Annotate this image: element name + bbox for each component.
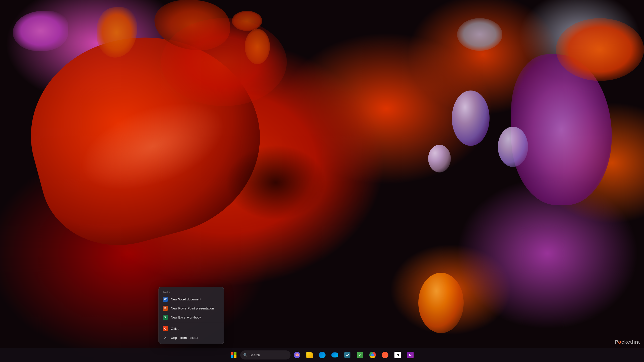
menu-item-new-word[interactable]: W New Word document (159, 295, 224, 304)
menu-item-new-excel-label: New Excel workbook (171, 315, 201, 319)
wallpaper-blob-dark-center (225, 145, 326, 220)
word-icon: W (163, 297, 168, 302)
menu-section-tasks: Tasks (159, 289, 224, 295)
taskbar-edge-button[interactable] (316, 349, 328, 361)
ai-icon: 🧠 (294, 351, 301, 358)
excel-icon: X (163, 315, 168, 320)
unpin-icon: ✕ (163, 335, 168, 340)
taskbar-chrome-button[interactable] (367, 349, 379, 361)
menu-separator (159, 323, 224, 323)
menu-item-new-word-label: New Word document (171, 297, 201, 301)
tasks-icon: ✓ (356, 351, 364, 358)
taskbar-search-bar[interactable]: 🔍 Search (240, 350, 291, 359)
taskbar-file-explorer-button[interactable] (304, 349, 316, 361)
powerpoint-icon: P (163, 306, 168, 311)
search-placeholder-text: Search (250, 353, 260, 357)
edge-icon (319, 351, 326, 358)
wallpaper-blob-grey (457, 18, 502, 51)
menu-item-office[interactable]: O Office (159, 324, 224, 333)
files-app-icon (306, 352, 313, 358)
tasks-app-icon: ✓ (357, 352, 363, 358)
taskbar-notion-button[interactable]: N (392, 349, 404, 361)
todo-app-icon (344, 352, 350, 358)
taskbar-brave-button[interactable] (379, 349, 391, 361)
unpin-app-icon: ✕ (163, 335, 168, 340)
menu-item-new-excel[interactable]: X New Excel workbook (159, 313, 224, 322)
wallpaper-blob-shiny-3 (428, 145, 451, 172)
office-icon: O (163, 326, 168, 331)
start-icon (230, 351, 237, 358)
onedrive-icon (331, 351, 338, 358)
onenote-icon: N (407, 351, 414, 358)
menu-item-unpin-label: Unpin from taskbar (171, 336, 198, 340)
menu-item-unpin[interactable]: ✕ Unpin from taskbar (159, 333, 224, 342)
wallpaper-blob-orange-right (556, 18, 644, 81)
wallpaper-blob-small-2 (245, 29, 270, 64)
taskbar-tasks-button[interactable]: ✓ (354, 349, 366, 361)
wallpaper-blob-orange-bottom (418, 273, 464, 333)
taskbar-start-button[interactable] (228, 349, 240, 361)
wallpaper-blob-shiny-1 (452, 90, 490, 146)
wallpaper-blob-shiny-2 (498, 127, 528, 167)
search-icon: 🔍 (243, 353, 248, 357)
pocketlint-watermark: Pocketlint (615, 339, 640, 345)
word-app-icon: W (163, 297, 168, 302)
wallpaper-blob-small-1 (232, 11, 262, 31)
taskbar-todo-button[interactable] (341, 349, 353, 361)
onenote-app-icon: N (407, 352, 414, 358)
todo-icon (344, 351, 351, 358)
office-app-icon: O (163, 326, 168, 331)
windows-logo-icon (231, 352, 236, 358)
taskbar-context-menu: Tasks W New Word document P New PowerPoi… (158, 287, 224, 344)
brain-app-icon: 🧠 (294, 352, 300, 358)
taskbar-center-items: 🔍 Search 🧠 (228, 349, 416, 361)
menu-item-office-label: Office (171, 327, 179, 331)
taskbar-onenote-button[interactable]: N (404, 349, 416, 361)
brave-app-icon (382, 352, 388, 358)
menu-item-new-ppt[interactable]: P New PowerPoint presentation (159, 304, 224, 313)
wallpaper-blob-large-red (161, 18, 287, 106)
desktop: Pocketlint Tasks W New Word document P N… (0, 0, 644, 362)
brave-icon (382, 351, 389, 358)
notion-app-icon: N (394, 352, 401, 358)
onedrive-app-icon (331, 352, 338, 357)
chrome-app-icon (369, 352, 376, 358)
taskbar: 🔍 Search 🧠 (0, 348, 644, 362)
taskbar-ai-button[interactable]: 🧠 (291, 349, 303, 361)
chrome-icon (369, 351, 376, 358)
edge-app-icon (319, 352, 326, 358)
taskbar-onedrive-button[interactable] (329, 349, 341, 361)
file-explorer-icon (306, 351, 313, 358)
notion-icon: N (394, 351, 401, 358)
menu-item-new-ppt-label: New PowerPoint presentation (171, 306, 214, 310)
ppt-app-icon: P (163, 306, 168, 311)
excel-app-icon: X (163, 315, 168, 320)
